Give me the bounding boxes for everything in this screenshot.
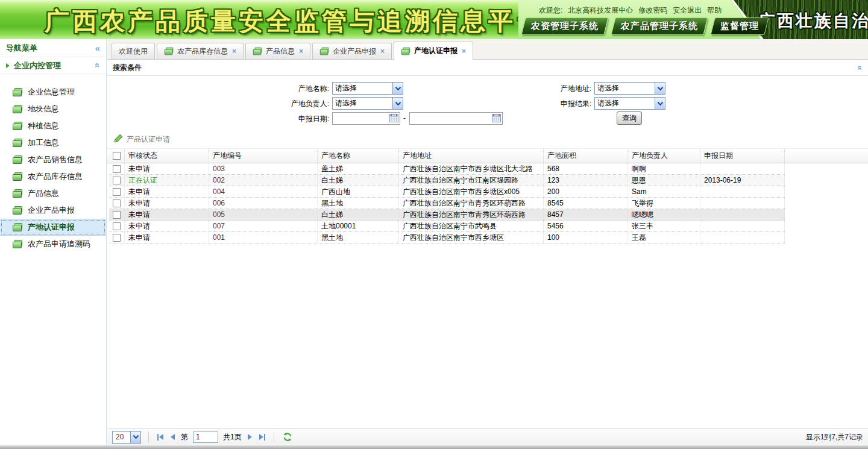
cell-area: 100 [544,232,628,243]
calendar-icon[interactable] [492,114,501,122]
calendar-icon[interactable] [389,114,398,122]
chevron-down-icon[interactable] [655,98,665,109]
cell-code: 005 [209,209,318,220]
cell-address: 广西壮族自治区南宁市青秀区环葫西路 [399,198,544,209]
col-header-code[interactable]: 产地编号 [209,149,318,163]
cell-manager: 嗯嗯嗯 [628,209,700,220]
table-row[interactable]: 未申请 005 白土娣 广西壮族自治区南宁市青秀区环葫西路 8457 嗯嗯嗯 [109,209,785,221]
help-link[interactable]: 帮助 [707,5,722,16]
col-header-area[interactable]: 产地面积 [544,149,628,163]
triangle-right-icon [6,63,10,68]
tab-stock-info[interactable]: 农产品库存信息× [157,43,244,59]
query-button[interactable]: 查询 [617,111,642,125]
system-tab-agri-material[interactable]: 农资管理子系统 [521,17,608,35]
apply-date-start-input[interactable] [332,112,400,125]
chevron-down-icon[interactable] [392,83,403,94]
row-checkbox[interactable] [113,188,121,196]
row-checkbox[interactable] [113,234,121,242]
cell-code: 004 [209,186,318,197]
origin-address-select[interactable]: 请选择 [594,82,665,95]
cell-name: 广西山地 [318,186,399,197]
row-checkbox[interactable] [113,165,121,173]
toolbar-separator [274,432,274,442]
apply-date-end-input[interactable] [409,112,503,125]
next-page-button[interactable] [247,433,253,441]
close-icon[interactable]: × [299,47,303,55]
row-checkbox[interactable] [113,211,121,219]
first-page-button[interactable] [156,433,165,442]
search-panel-title: 搜索条件 [113,63,142,73]
sidebar-item-product-info[interactable]: 产品信息 [0,185,106,202]
select-all-checkbox[interactable] [113,152,121,160]
row-checkbox[interactable] [113,222,121,230]
table-row[interactable]: 未申请 001 黑土地 广西壮族自治区南宁市西乡塘区 100 王磊 [109,232,785,243]
cell-area: 568 [544,163,628,174]
apply-date-label: 申报日期: [252,114,329,124]
current-page-input[interactable] [193,432,218,443]
sidebar-item-processing-info[interactable]: 加工信息 [0,134,106,151]
close-icon[interactable]: × [380,47,385,55]
sidebar-item-trace-code-apply[interactable]: 农产品申请追溯码 [0,236,106,253]
sidebar-item-enterprise-info[interactable]: 企业信息管理 [0,84,106,101]
col-header-address[interactable]: 产地地址 [399,149,544,163]
sidebar-item-planting-info[interactable]: 种植信息 [0,118,106,134]
select-value: 请选择 [597,99,619,107]
sidebar-item-plot-info[interactable]: 地块信息 [0,101,106,118]
sidebar-collapse-icon[interactable]: « [95,43,100,52]
cell-address: 广西壮族自治区南宁市武鸣县 [399,221,544,231]
tab-product-info[interactable]: 产品信息× [245,43,310,59]
tab-welcome[interactable]: 欢迎使用 [112,43,155,59]
sidebar-header: 导航菜单 « [0,39,106,57]
table-row[interactable]: 未申请 006 黑土地 广西壮族自治区南宁市青秀区环葫西路 8545 飞举得 [109,198,785,209]
sidebar-item-label: 农产品申请追溯码 [28,239,90,250]
page-size-select[interactable]: 20 [112,431,141,444]
logout-link[interactable]: 安全退出 [673,5,702,16]
refresh-icon[interactable] [283,432,292,442]
cell-address: 广西壮族自治区南宁市西乡塘区 [399,232,544,243]
search-panel-header: 搜索条件 « [107,60,868,76]
welcome-label: 欢迎您: [539,5,562,16]
row-checkbox[interactable] [113,199,121,207]
table-row[interactable]: 未申请 007 土地00001 广西壮族自治区南宁市武鸣县 5456 张三丰 [109,221,785,232]
change-password-link[interactable]: 修改密码 [638,5,667,16]
sidebar-menu: 企业信息管理 地块信息 种植信息 加工信息 农产品销售信息 农产品库存信息 产品… [0,74,106,253]
table-row[interactable]: 未申请 003 盖土娣 广西壮族自治区南宁市西乡塘区北大北路 568 啊啊 [109,163,785,175]
chevron-down-icon[interactable] [130,432,140,443]
row-checkbox[interactable] [113,177,121,184]
cell-code: 001 [209,232,318,243]
chevron-down-icon[interactable] [392,98,403,109]
table-row[interactable]: 未申请 004 广西山地 广西壮族自治区南宁市西乡塘区x005 200 Sam [109,186,785,198]
sidebar-item-label: 农产品库存信息 [28,171,83,182]
sidebar-item-label: 产地认证申报 [28,222,75,233]
grid-toolbar-title: 产品认证申请 [127,134,170,145]
col-header-name[interactable]: 产地名称 [318,149,399,163]
sidebar-item-label: 农产品销售信息 [28,154,83,165]
table-row[interactable]: 正在认证 002 白土娣 广西壮族自治区南宁市江南区堤园路 123 恩恩 201… [109,175,785,186]
section-collapse-icon[interactable]: « [93,63,102,68]
system-tab-agri-product[interactable]: 农产品管理子系统 [611,17,708,35]
search-collapse-icon[interactable]: « [855,65,864,70]
cell-code: 003 [209,163,318,174]
chevron-down-icon[interactable] [655,83,665,94]
col-header-manager[interactable]: 产地负责人 [628,149,700,163]
sidebar: 导航菜单 « 企业内控管理 « 企业信息管理 地块信息 种植信息 加工信息 农产… [0,39,107,445]
close-icon[interactable]: × [462,47,466,55]
origin-name-select[interactable]: 请选择 [332,82,403,95]
apply-result-select[interactable]: 请选择 [594,97,665,110]
tab-origin-cert-declare[interactable]: 产地认证申报× [394,42,473,60]
sidebar-item-product-declare[interactable]: 企业产品申报 [0,202,106,219]
sidebar-section-internal-control[interactable]: 企业内控管理 « [0,57,106,74]
sidebar-item-sales-info[interactable]: 农产品销售信息 [0,151,106,168]
cell-address: 广西壮族自治区南宁市西乡塘区x005 [399,186,544,197]
close-icon[interactable]: × [232,47,236,55]
cell-status: 未申请 [125,221,209,231]
origin-manager-select[interactable]: 请选择 [332,97,403,110]
prev-page-button[interactable] [169,433,176,441]
col-header-date[interactable]: 申报日期 [700,149,785,163]
last-page-button[interactable] [258,433,266,442]
system-tab-supervision[interactable]: 监督管理 [710,17,769,35]
tab-product-declare[interactable]: 企业产品申报× [312,43,392,59]
sidebar-item-stock-info[interactable]: 农产品库存信息 [0,168,106,185]
sidebar-item-origin-cert-declare[interactable]: 产地认证申报 [0,219,106,236]
col-header-status[interactable]: 审核状态 [125,149,209,163]
